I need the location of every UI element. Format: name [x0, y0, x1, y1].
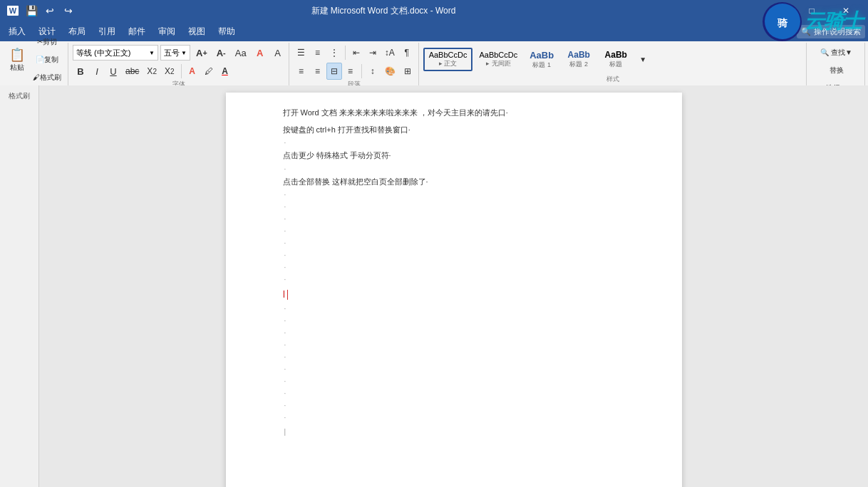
dot-line-4: · [283, 201, 625, 213]
bold-btn[interactable]: B [73, 63, 88, 80]
dot-line-14: · [283, 340, 625, 351]
styles-group: AaBbCcDc ▸ 正文 AaBbCcDc ▸ 无间距 AaBb 标题 1 A… [420, 43, 807, 85]
dot-line-20: · [283, 412, 625, 424]
dot-line-10: · [283, 274, 625, 286]
fill-color-btn[interactable]: 🎨 [381, 63, 399, 80]
dot-line-19: · [283, 400, 625, 412]
font-color-btn[interactable]: A [185, 63, 200, 80]
dot-line-6: · [283, 226, 625, 237]
toolbar-row1: 📋 粘贴 ✂ 剪切 📄 复制 🖌 格式刷 剪贴板 等线 (中文正文) ▼ 五号 … [0, 41, 868, 87]
align-right-btn[interactable]: ⊟ [326, 63, 342, 80]
align-center-btn[interactable]: ≡ [310, 63, 326, 80]
font-name-dropdown[interactable]: 等线 (中文正文) ▼ [73, 45, 158, 61]
font-controls-row1: 等线 (中文正文) ▼ 五号 ▼ A+ A- Aa A A [73, 44, 286, 61]
style-normal[interactable]: AaBbCcDc ▸ 正文 [423, 48, 473, 71]
cursor-line: I [283, 286, 625, 302]
line-spacing-btn[interactable]: ↕ [365, 63, 381, 80]
menu-mailings[interactable]: 邮件 [123, 23, 151, 41]
multilevel-btn[interactable]: ⋮ [326, 44, 342, 61]
show-marks-btn[interactable]: ¶ [399, 44, 415, 61]
clipboard-buttons: 📋 粘贴 ✂ 剪切 📄 复制 🖌 格式刷 [6, 33, 65, 86]
paragraph-row2: ≡ ≡ ⊟ ≡ ↕ 🎨 ⊞ [294, 63, 415, 80]
watermark-text: 云骑士 [805, 8, 862, 35]
subscript-btn[interactable]: X2 [143, 63, 160, 80]
font-size-dropdown[interactable]: 五号 ▼ [160, 45, 190, 61]
styles-panel: AaBbCcDc ▸ 正文 AaBbCcDc ▸ 无间距 AaBb 标题 1 A… [423, 44, 803, 75]
menu-view[interactable]: 视图 [182, 23, 211, 41]
paragraph-group: ☰ ≡ ⋮ ⇤ ⇥ ↕A ¶ ≡ ≡ ⊟ ≡ ↕ 🎨 ⊞ 段落 [291, 43, 419, 85]
style-no-spacing[interactable]: AaBbCcDc ▸ 无间距 [474, 48, 522, 70]
format-painter-btn[interactable]: 🖌 格式刷 [29, 69, 65, 86]
sort-btn[interactable]: ↕A [381, 44, 398, 61]
document-area[interactable]: 打开 Word 文档 来来来来来来啦来来来 ，对今天主目来的请先口· 按键盘的 … [39, 85, 868, 487]
menu-bar: 插入 设计 布局 引用 邮件 审阅 视图 帮助 🔍 操作说明搜索 骑 云骑士 [0, 21, 868, 41]
replace-btn[interactable]: 替换 [826, 62, 847, 79]
dot-line-5: · [283, 214, 625, 225]
highlight-btn[interactable]: 🖊 [201, 63, 217, 80]
cut-btn[interactable]: ✂ 剪切 [29, 33, 65, 51]
text-line-3: 点击全部替换 这样就把空白页全部删除了· [283, 176, 625, 189]
styles-more-btn[interactable]: ▼ [635, 51, 651, 68]
decrease-indent-btn[interactable]: ⇤ [348, 44, 364, 61]
dot-line-17: · [283, 376, 625, 387]
borders-btn[interactable]: ⊞ [400, 63, 415, 80]
font-group: 等线 (中文正文) ▼ 五号 ▼ A+ A- Aa A A B I U abc … [70, 43, 289, 85]
align-left-btn[interactable]: ≡ [294, 63, 309, 80]
clipboard-group: 📋 粘贴 ✂ 剪切 📄 复制 🖌 格式刷 剪贴板 [3, 43, 68, 85]
underline-btn[interactable]: U [105, 63, 121, 80]
change-case-btn[interactable]: Aa [232, 44, 250, 61]
menu-review[interactable]: 审阅 [153, 23, 181, 41]
watermark-logo: 骑 云骑士 [654, 0, 868, 43]
justify-btn[interactable]: ≡ [343, 63, 358, 80]
dot-line-1: · [283, 137, 625, 149]
numbering-btn[interactable]: ≡ [310, 44, 326, 61]
dot-line-8: · [283, 250, 625, 261]
chevron-down-icon: ▼ [149, 50, 155, 56]
text-line-2: 点击更少 特殊格式 手动分页符· [283, 150, 625, 162]
paragraph-row1: ☰ ≡ ⋮ ⇤ ⇥ ↕A ¶ [294, 44, 415, 61]
style-heading2[interactable]: AaBb 标题 2 [561, 48, 596, 71]
increase-font-btn[interactable]: A+ [192, 44, 211, 61]
superscript-btn[interactable]: X2 [161, 63, 178, 80]
copy-btn[interactable]: 📄 复制 [29, 51, 65, 68]
dot-line-16: · [283, 364, 625, 375]
dot-line-7: · [283, 238, 625, 249]
sep2 [345, 46, 346, 60]
font-controls-row2: B I U abc X2 X2 A 🖊 A [73, 63, 286, 80]
paste-btn[interactable]: 📋 粘贴 [6, 51, 29, 68]
chevron-down-icon2: ▼ [181, 50, 187, 56]
dot-line-18: · [283, 388, 625, 399]
dot-line-12: · [283, 315, 625, 327]
menu-help[interactable]: 帮助 [212, 23, 241, 41]
style-heading1[interactable]: AaBb 标题 1 [524, 48, 559, 72]
document-page[interactable]: 打开 Word 文档 来来来来来来啦来来来 ，对今天主目来的请先口· 按键盘的 … [226, 93, 682, 487]
redo-quick-btn[interactable]: ↪ [60, 2, 77, 19]
bullets-btn[interactable]: ☰ [294, 44, 309, 61]
sidebar-format-painter[interactable]: 格式刷 [4, 88, 34, 104]
text-color-btn2[interactable]: A [217, 63, 233, 80]
text-effect-btn[interactable]: A [252, 44, 268, 61]
word-icon: W [4, 2, 21, 19]
save-quick-btn[interactable]: 💾 [23, 2, 40, 19]
italic-btn[interactable]: I [89, 63, 105, 80]
dot-line-21: | [283, 426, 625, 438]
sep3 [361, 64, 362, 78]
dot-line-2: · [283, 164, 625, 175]
find-btn[interactable]: 🔍 查找▼ [817, 44, 856, 61]
strikethrough-btn[interactable]: abc [122, 63, 143, 80]
decrease-font-btn[interactable]: A- [213, 44, 229, 61]
cursor-icon: I [283, 286, 286, 302]
undo-quick-btn[interactable]: ↩ [41, 2, 58, 19]
styles-label: 样式 [423, 75, 803, 84]
increase-indent-btn[interactable]: ⇥ [365, 44, 381, 61]
clear-format-btn[interactable]: A [270, 44, 286, 61]
logo-icon: 骑 [763, 2, 802, 41]
text-line-1: 按键盘的 ctrl+h 打开查找和替换窗口· [283, 124, 625, 137]
menu-references[interactable]: 引用 [93, 23, 121, 41]
style-title[interactable]: AaBb 标题 [598, 48, 634, 71]
dot-line-13: · [283, 328, 625, 339]
dot-line-3: · [283, 189, 625, 201]
left-sidebar: 格式刷 [0, 85, 39, 487]
dot-line-11: · [283, 303, 625, 315]
menu-layout[interactable]: 布局 [63, 23, 91, 41]
